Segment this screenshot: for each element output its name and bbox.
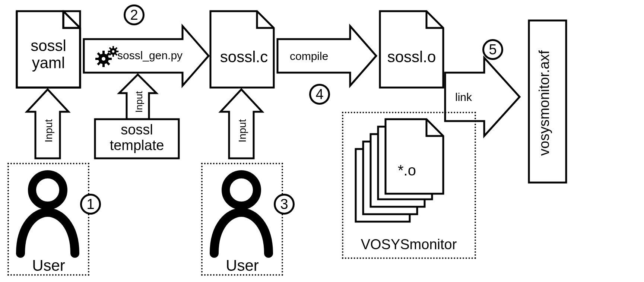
user-left-label: User: [12, 257, 85, 274]
svg-rect-4: [95, 58, 99, 60]
svg-point-1: [102, 57, 105, 61]
svg-rect-2: [102, 51, 105, 54]
step-2-label: 2: [130, 7, 138, 23]
vosysmonitor-label: VOSYSmonitor: [346, 237, 471, 253]
user-mid-label: User: [206, 257, 279, 274]
step-1-label: 1: [86, 196, 94, 212]
step-5-label: 5: [489, 42, 497, 58]
output-label: vosysmonitor.axf: [536, 50, 552, 156]
file-sossl-o-label: sossl.o: [384, 48, 440, 66]
arrow-link-label: link: [455, 91, 472, 103]
step-3: 3: [274, 194, 295, 215]
step-4-label: 4: [315, 86, 323, 102]
svg-rect-13: [112, 54, 114, 57]
svg-rect-5: [108, 58, 112, 60]
svg-rect-14: [108, 51, 111, 52]
step-2: 2: [124, 4, 145, 25]
arrow-input-template-label: Input: [133, 91, 145, 113]
svg-point-11: [112, 50, 115, 53]
step-5: 5: [482, 39, 503, 60]
arrow-compile-label: compile: [290, 50, 328, 62]
file-sossl-yaml-label: sossl yaml: [22, 37, 74, 72]
arrow-input-user-left-label: Input: [43, 119, 55, 142]
step-1: 1: [80, 194, 101, 215]
svg-rect-12: [112, 46, 114, 49]
step-3-label: 3: [280, 196, 288, 212]
arrow-input-user-mid-label: Input: [237, 119, 248, 142]
file-sossl-c-label: sossl.c: [216, 48, 272, 66]
svg-rect-3: [102, 63, 105, 67]
stacked-files-label: *.o: [398, 162, 416, 178]
step-4: 4: [309, 84, 330, 105]
box-sossl-template-label: sossl template: [102, 122, 171, 153]
arrow-gen-label: sossl_gen.py: [117, 49, 183, 61]
diagram-canvas: 1 2 3 4 5 sossl yaml sossl_gen.py Input …: [0, 0, 644, 282]
